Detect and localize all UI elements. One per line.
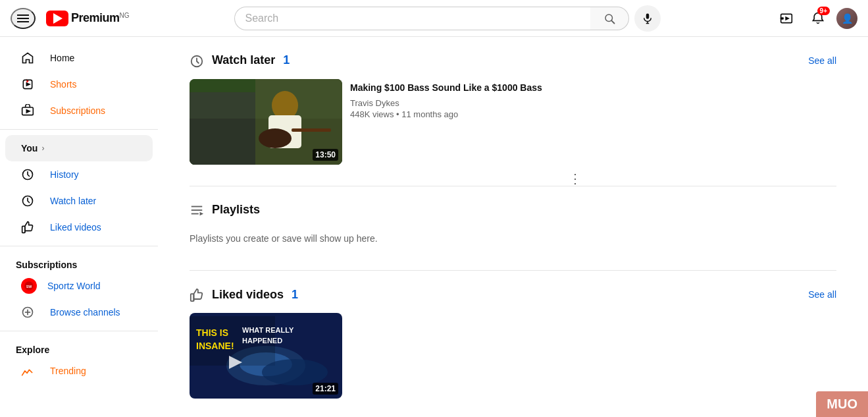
notifications-button[interactable]: 9+	[805, 5, 831, 32]
liked-videos-count: 1	[292, 288, 298, 302]
sidebar-divider-1	[0, 129, 158, 130]
watch-later-title-row: Watch later 1	[190, 53, 290, 69]
svg-text:INSANE!: INSANE!	[196, 341, 234, 351]
main-content: Watch later 1 See all	[158, 37, 868, 417]
mic-button[interactable]	[634, 5, 661, 32]
notification-badge: 9+	[817, 7, 830, 15]
liked-videos-title: Liked videos	[212, 288, 284, 302]
create-button[interactable]	[773, 5, 800, 32]
sidebar-liked-label: Liked videos	[50, 222, 101, 233]
section-divider-2	[190, 270, 836, 271]
svg-rect-26	[190, 92, 255, 165]
section-divider-1	[190, 186, 836, 186]
playlists-section: Playlists Playlists you create or save w…	[190, 202, 836, 250]
subscriptions-icon	[21, 104, 34, 117]
video-channel[interactable]: Travis Dykes	[350, 98, 584, 108]
video-more-button[interactable]: ⋮	[566, 168, 584, 189]
svg-marker-35	[200, 212, 204, 216]
app-body: Home Shorts Subscriptions	[0, 37, 868, 417]
trending-label: Trending	[50, 366, 86, 376]
sidebar-item-history[interactable]: History	[5, 161, 153, 188]
video-meta: 448K views • 11 months ago	[350, 109, 584, 119]
playlists-section-icon	[190, 202, 204, 218]
you-chevron: ›	[41, 144, 44, 153]
playlists-empty-text: Playlists you create or save will show u…	[190, 228, 836, 249]
header: PremiumNG	[0, 0, 868, 37]
browse-channels-label: Browse channels	[50, 307, 120, 318]
sidebar-subscriptions-label: Subscriptions	[50, 105, 105, 116]
playlists-title-row: Playlists	[190, 202, 260, 218]
svg-rect-17	[22, 226, 25, 233]
watch-later-video-card: 13:50 Making $100 Bass Sound Like a $100…	[190, 79, 584, 165]
logo[interactable]: PremiumNG	[46, 11, 130, 26]
video-info: Making $100 Bass Sound Like a $1000 Bass…	[350, 79, 584, 165]
sidebar-you-row[interactable]: You ›	[5, 135, 153, 161]
create-icon	[780, 12, 793, 25]
sidebar-item-trending[interactable]: Trending	[5, 358, 153, 384]
liked-icon	[21, 221, 34, 234]
menu-button[interactable]	[11, 8, 36, 29]
you-label: You	[21, 143, 38, 153]
sidebar-item-shorts[interactable]: Shorts	[5, 71, 153, 97]
watch-later-section: Watch later 1 See all	[190, 53, 836, 165]
svg-rect-10	[780, 17, 784, 19]
svg-marker-9	[785, 16, 790, 20]
sidebar-item-browse-channels[interactable]: Browse channels	[5, 299, 153, 325]
svg-point-46	[262, 359, 328, 385]
home-icon	[21, 51, 34, 65]
history-icon	[21, 168, 34, 181]
trending-icon	[21, 364, 34, 377]
sidebar-item-watch-later[interactable]: Watch later	[5, 188, 153, 214]
sportz-world-avatar: SW	[21, 278, 37, 294]
sidebar-divider-3	[0, 331, 158, 331]
liked-videos-title-row: Liked videos 1	[190, 287, 298, 302]
youtube-logo-icon	[46, 11, 68, 26]
video-title[interactable]: Making $100 Bass Sound Like a $1000 Bass	[350, 82, 584, 95]
watch-later-count: 1	[283, 53, 290, 67]
sidebar-item-liked[interactable]: Liked videos	[5, 214, 153, 240]
sidebar-item-sportz-world[interactable]: SW Sportz World	[5, 273, 153, 299]
svg-text:SW: SW	[26, 285, 33, 289]
liked-video-card: THIS IS INSANE! WHAT REALLY HAPPENED 21:…	[190, 313, 584, 399]
svg-text:WHAT REALLY: WHAT REALLY	[242, 326, 294, 334]
svg-rect-2	[17, 21, 29, 22]
sidebar-divider-2	[0, 246, 158, 246]
header-center	[168, 5, 726, 32]
header-right: 9+ 👤	[726, 5, 857, 32]
liked-videos-section-icon	[190, 287, 204, 302]
svg-text:THIS IS: THIS IS	[196, 327, 228, 338]
liked-thumbnail[interactable]: THIS IS INSANE! WHAT REALLY HAPPENED 21:…	[190, 313, 342, 399]
sidebar-item-subscriptions[interactable]: Subscriptions	[5, 97, 153, 124]
watch-later-header: Watch later 1 See all	[190, 53, 836, 69]
watch-later-thumbnail[interactable]: 13:50	[190, 79, 342, 165]
mic-icon	[642, 13, 653, 24]
play-triangle	[53, 13, 63, 24]
liked-videos-see-all[interactable]: See all	[808, 289, 836, 300]
sidebar-history-label: History	[50, 169, 79, 180]
search-icon	[603, 13, 615, 24]
svg-rect-5	[646, 13, 649, 18]
browse-channels-icon	[21, 306, 34, 319]
watch-later-see-all[interactable]: See all	[808, 55, 836, 66]
liked-duration: 21:21	[313, 383, 338, 395]
avatar-image: 👤	[836, 8, 857, 29]
sidebar-item-home[interactable]: Home	[5, 45, 153, 71]
svg-text:HAPPENED: HAPPENED	[242, 337, 282, 345]
avatar[interactable]: 👤	[836, 8, 857, 29]
sportz-world-label: Sportz World	[47, 281, 101, 291]
header-left: PremiumNG	[11, 8, 168, 29]
svg-rect-36	[191, 294, 194, 301]
watch-later-icon	[21, 194, 34, 208]
shorts-icon	[21, 78, 34, 91]
explore-title: Explore	[0, 337, 158, 358]
subscriptions-section-title: Subscriptions	[0, 252, 158, 273]
sidebar-watch-later-label: Watch later	[50, 196, 96, 206]
playlists-header: Playlists	[190, 202, 836, 218]
search-input[interactable]	[245, 13, 580, 24]
watch-later-section-icon	[190, 53, 204, 69]
playlists-title: Playlists	[212, 203, 260, 217]
search-input-wrap	[234, 7, 590, 30]
svg-point-30	[259, 128, 292, 148]
search-button[interactable]	[590, 7, 629, 30]
svg-marker-14	[26, 109, 32, 114]
